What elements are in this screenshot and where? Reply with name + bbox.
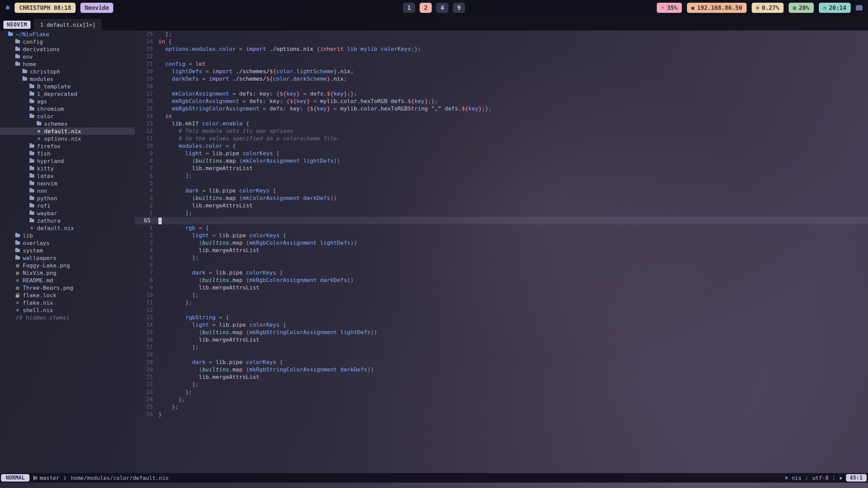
code-line[interactable]: 21 config = let xyxy=(135,60,868,68)
code-line[interactable]: 11 # to the values specified in a colors… xyxy=(135,135,868,142)
tree-item[interactable]: ❄options.nix xyxy=(0,135,135,142)
app-badge[interactable]: Neovide xyxy=(80,3,114,13)
code-line[interactable]: 65 xyxy=(135,217,868,224)
workspace-button-9[interactable]: 9 xyxy=(453,3,465,13)
tree-item[interactable]: rofi xyxy=(0,202,135,209)
code-line[interactable]: 1 ]; xyxy=(135,209,868,217)
tree-item[interactable]: color xyxy=(0,113,135,120)
tree-item[interactable]: schemes xyxy=(0,120,135,127)
code-line[interactable]: 23 options.modules.color = import ./opti… xyxy=(135,45,868,53)
tree-item[interactable]: 1_deprecated xyxy=(0,90,135,98)
code-line[interactable]: 22 xyxy=(135,53,868,60)
tree-item[interactable]: ≡README.md xyxy=(0,277,135,284)
code-line[interactable]: 5 xyxy=(135,180,868,187)
code-line[interactable]: 2 lib.mergeAttrsList xyxy=(135,202,868,209)
code-line[interactable]: 19 darkDefs = import ./schemes/${color.d… xyxy=(135,75,868,83)
code-line[interactable]: 20 (builtins.map (mkRgbStringColorAssign… xyxy=(135,366,868,373)
tree-item[interactable]: home xyxy=(0,60,135,68)
code-line[interactable]: 24in { xyxy=(135,38,868,45)
code-line[interactable]: 25 }; xyxy=(135,403,868,411)
tree-item[interactable]: latex xyxy=(0,172,135,180)
code-line[interactable]: 5 ]; xyxy=(135,254,868,262)
code-line[interactable]: 16 mkRgbColorAssignment = defs: key: {${… xyxy=(135,98,868,105)
tree-item[interactable]: ❄flake.nix xyxy=(0,299,135,306)
tree-item[interactable]: zathura xyxy=(0,217,135,224)
tree-item[interactable]: christoph xyxy=(0,68,135,75)
code-line[interactable]: 13 lib.mkIf color.enable { xyxy=(135,120,868,127)
tree-item[interactable]: ❄default.nix xyxy=(0,224,135,232)
tree-item[interactable]: ▨Foggy-Lake.png xyxy=(0,262,135,269)
code-line[interactable]: 3 (builtins.map (mkRgbColorAssignment li… xyxy=(135,239,868,247)
memory-badge[interactable]: ▤20% xyxy=(789,3,814,13)
code-line[interactable]: 21 lib.mergeAttrsList xyxy=(135,373,868,381)
tree-item[interactable]: config xyxy=(0,38,135,45)
tree-item[interactable]: chromium xyxy=(0,105,135,113)
code-line[interactable]: 14 in xyxy=(135,113,868,120)
code-line[interactable]: 7 lib.mergeAttrsList xyxy=(135,165,868,172)
workspace-button-4[interactable]: 4 xyxy=(436,3,449,13)
tree-item[interactable]: nnn xyxy=(0,187,135,195)
tree-item[interactable]: neovim xyxy=(0,180,135,187)
code-line[interactable]: 23 }; xyxy=(135,388,868,396)
code-line[interactable]: 6 xyxy=(135,262,868,269)
code-line[interactable]: 1 rgb = { xyxy=(135,224,868,232)
code-line[interactable]: 18 xyxy=(135,351,868,359)
tree-item[interactable]: ❄default.nix xyxy=(0,127,135,135)
code-line[interactable]: 15 mkRgbStringColorAssignment = defs: ke… xyxy=(135,105,868,113)
tree-item[interactable]: ags xyxy=(0,98,135,105)
tree-item[interactable]: python xyxy=(0,195,135,202)
code-line[interactable]: 15 (builtins.map (mkRgbStringColorAssign… xyxy=(135,329,868,336)
code-line[interactable]: 4 dark = lib.pipe colorKeys [ xyxy=(135,187,868,195)
network-badge[interactable]: ●192.168.86.50 xyxy=(687,3,747,13)
battery-badge[interactable]: ⚡35% xyxy=(657,3,682,13)
code-line[interactable]: 14 light = lib.pipe colorKeys [ xyxy=(135,321,868,329)
code-line[interactable]: 19 dark = lib.pipe colorKeys [ xyxy=(135,359,868,366)
tree-item[interactable]: ▨Three-Bears.png xyxy=(0,284,135,291)
code-line[interactable]: 9 light = lib.pipe colorKeys [ xyxy=(135,150,868,157)
tree-item[interactable]: derivations xyxy=(0,45,135,53)
code-line[interactable]: 12 # This module sets its own options xyxy=(135,127,868,135)
tree-item[interactable]: ❄shell.nix xyxy=(0,306,135,314)
cpu-badge[interactable]: ⚙0.27% xyxy=(752,3,784,13)
tree-item[interactable]: 0_template xyxy=(0,83,135,90)
code-line[interactable]: 9 lib.mergeAttrsList xyxy=(135,284,868,291)
code-line[interactable]: 17 mkColorAssignment = defs: key: {${key… xyxy=(135,90,868,98)
workspace-button-2[interactable]: 2 xyxy=(420,3,432,13)
code-line[interactable]: 4 lib.mergeAttrsList xyxy=(135,247,868,254)
tree-item[interactable]: ~/NixFlake xyxy=(0,30,135,38)
code-line[interactable]: 17 ]; xyxy=(135,344,868,351)
tree-item[interactable]: hyprland xyxy=(0,157,135,165)
code-line[interactable]: 10 modules.color = { xyxy=(135,142,868,150)
tree-item[interactable]: kitty xyxy=(0,165,135,172)
code-line[interactable]: 3 (builtins.map (mkColorAssignment darkD… xyxy=(135,195,868,202)
tree-item[interactable]: overlays xyxy=(0,239,135,247)
tab-default-nix[interactable]: 1 default.nix[1+] xyxy=(34,19,102,30)
code-line[interactable]: 2 light = lib.pipe colorKeys [ xyxy=(135,232,868,239)
tree-item[interactable]: modules xyxy=(0,75,135,83)
code-line[interactable]: 10 ]; xyxy=(135,291,868,299)
code-line[interactable]: 8 (builtins.map (mkRgbColorAssignment da… xyxy=(135,277,868,284)
tree-item[interactable]: ▨NixVim.png xyxy=(0,269,135,277)
code-line[interactable]: 12 xyxy=(135,306,868,314)
tree-item[interactable]: system xyxy=(0,247,135,254)
code-line[interactable]: 8 (builtins.map (mkColorAssignment light… xyxy=(135,157,868,165)
clock-badge[interactable]: ◷20:14 xyxy=(819,3,851,13)
code-line[interactable]: 20 lightDefs = import ./schemes/${color.… xyxy=(135,68,868,75)
tree-item[interactable]: waybar xyxy=(0,209,135,217)
tree-item[interactable]: lib xyxy=(0,232,135,239)
code-line[interactable]: 7 dark = lib.pipe colorKeys [ xyxy=(135,269,868,277)
code-line[interactable]: 18 xyxy=(135,83,868,90)
code-line[interactable]: 25 ]; xyxy=(135,30,868,38)
code-line[interactable]: 26} xyxy=(135,411,868,418)
code-line[interactable]: 16 lib.mergeAttrsList xyxy=(135,336,868,344)
tree-item[interactable]: env xyxy=(0,53,135,60)
editor[interactable]: 25 ];24in {23 options.modules.color = im… xyxy=(135,30,868,473)
tree-item[interactable]: flake.lock xyxy=(0,291,135,299)
tree-item[interactable]: wallpapers xyxy=(0,254,135,262)
user-badge[interactable]: CHRISTOPH 08:18 xyxy=(15,3,76,13)
code-line[interactable]: 6 ]; xyxy=(135,172,868,180)
workspace-button-1[interactable]: 1 xyxy=(403,3,415,13)
tray-icon[interactable] xyxy=(856,5,863,11)
tree-item[interactable]: firefox xyxy=(0,142,135,150)
tree-item[interactable]: fish xyxy=(0,150,135,157)
